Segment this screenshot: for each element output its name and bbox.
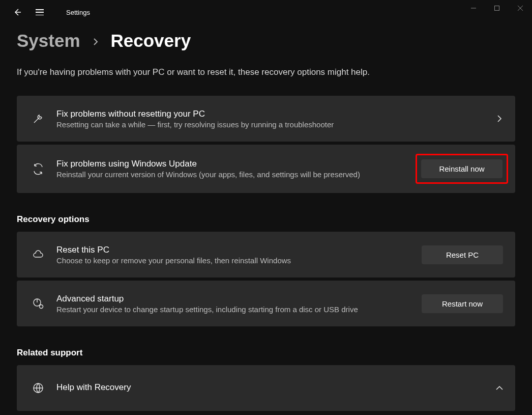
power-gear-icon [29,294,47,313]
section-recovery-options: Recovery options [17,214,515,225]
sync-icon [29,160,47,178]
page-title: Recovery [111,31,191,51]
card-title: Fix problems using Windows Update [56,159,416,169]
card-fix-win-update: Fix problems using Windows Update Reinst… [17,145,515,193]
maximize-icon [494,6,499,11]
card-fix-no-reset[interactable]: Fix problems without resetting your PC R… [17,96,515,142]
card-title: Help with Recovery [56,382,496,393]
globe-icon [29,379,47,397]
cloud-reset-icon [29,245,47,264]
card-desc: Resetting can take a while — first, try … [56,120,496,129]
section-related-support: Related support [17,348,515,358]
minimize-button[interactable] [462,0,485,16]
reset-pc-button[interactable]: Reset PC [422,245,503,264]
close-button[interactable] [509,0,532,16]
hamburger-icon [36,9,44,15]
card-title: Advanced startup [56,294,422,304]
app-title: Settings [66,9,90,16]
reinstall-now-button[interactable]: Reinstall now [421,159,503,178]
card-title: Reset this PC [56,245,422,255]
restart-now-button[interactable]: Restart now [422,294,503,313]
back-button[interactable] [7,2,27,22]
svg-rect-0 [495,6,499,11]
svg-point-2 [40,305,43,309]
highlight-annotation: Reinstall now [416,154,508,184]
menu-button[interactable] [29,2,50,22]
breadcrumb-parent[interactable]: System [17,31,80,51]
minimize-icon [471,6,476,11]
card-help-recovery[interactable]: Help with Recovery [17,365,515,411]
card-reset-pc: Reset this PC Choose to keep or remove y… [17,232,515,278]
breadcrumb: System Recovery [0,31,532,51]
chevron-right-icon [92,36,100,49]
card-title: Fix problems without resetting your PC [56,109,496,119]
chevron-up-icon [496,384,503,392]
close-icon [518,6,523,11]
card-advanced-startup: Advanced startup Restart your device to … [17,281,515,326]
maximize-button[interactable] [485,0,509,16]
back-arrow-icon [13,8,21,16]
card-desc: Choose to keep or remove your personal f… [56,256,422,265]
card-desc: Reinstall your current version of Window… [56,170,416,179]
card-desc: Restart your device to change startup se… [56,305,422,314]
wrench-icon [29,109,47,128]
chevron-right-icon [496,115,503,122]
intro-text: If you're having problems with your PC o… [17,67,515,77]
